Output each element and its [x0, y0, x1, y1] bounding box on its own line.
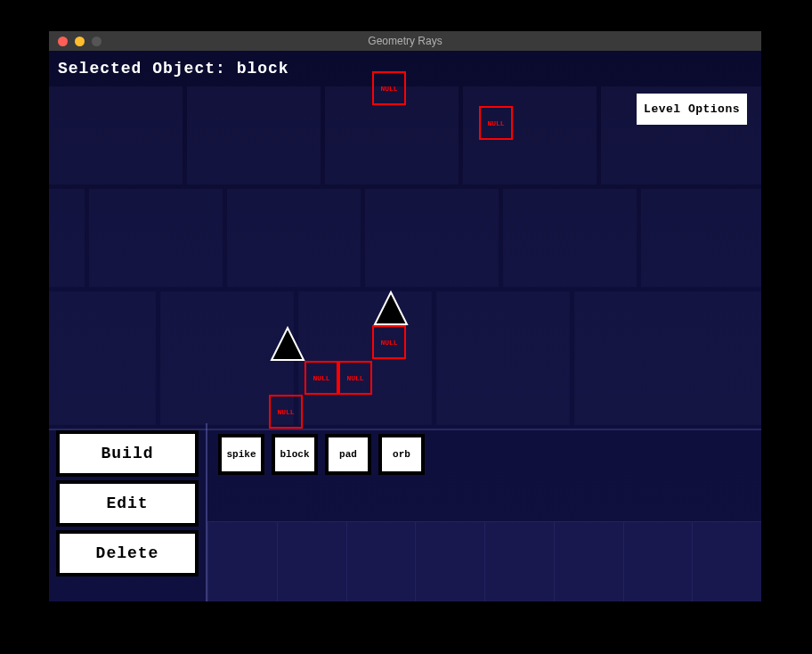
game-area[interactable]: Selected Object: block Level Options NUL…: [49, 51, 761, 601]
close-window-button[interactable]: [58, 37, 68, 46]
placed-spike[interactable]: [270, 326, 305, 362]
delete-button[interactable]: Delete: [56, 530, 199, 576]
orb-object-button[interactable]: orb: [378, 434, 425, 475]
block-object-button[interactable]: block: [272, 434, 318, 475]
placed-block[interactable]: NULL: [372, 325, 406, 359]
svg-marker-0: [375, 292, 407, 324]
svg-marker-1: [272, 328, 304, 360]
editor-panel: Build Edit Delete spike block pad orb: [49, 423, 761, 601]
placed-spike[interactable]: [373, 290, 409, 326]
minimize-window-button[interactable]: [75, 37, 85, 46]
spike-object-button[interactable]: spike: [218, 434, 264, 475]
pad-object-button[interactable]: pad: [325, 434, 371, 475]
application-window: Geometry Rays Selected Object: block: [49, 31, 761, 601]
placed-block[interactable]: NULL: [372, 71, 406, 105]
level-options-button[interactable]: Level Options: [637, 94, 747, 125]
traffic-lights: [49, 37, 102, 46]
placed-block[interactable]: NULL: [304, 361, 338, 395]
mode-buttons-container: Build Edit Delete: [49, 423, 207, 601]
edit-button[interactable]: Edit: [56, 480, 199, 527]
floor-tiles: [207, 521, 761, 601]
placed-block[interactable]: NULL: [479, 106, 513, 140]
titlebar: Geometry Rays: [49, 31, 761, 51]
build-button[interactable]: Build: [56, 430, 199, 477]
placed-block[interactable]: NULL: [338, 361, 372, 395]
maximize-window-button[interactable]: [92, 37, 102, 46]
window-title: Geometry Rays: [368, 35, 442, 47]
selected-object-status: Selected Object: block: [58, 60, 289, 78]
